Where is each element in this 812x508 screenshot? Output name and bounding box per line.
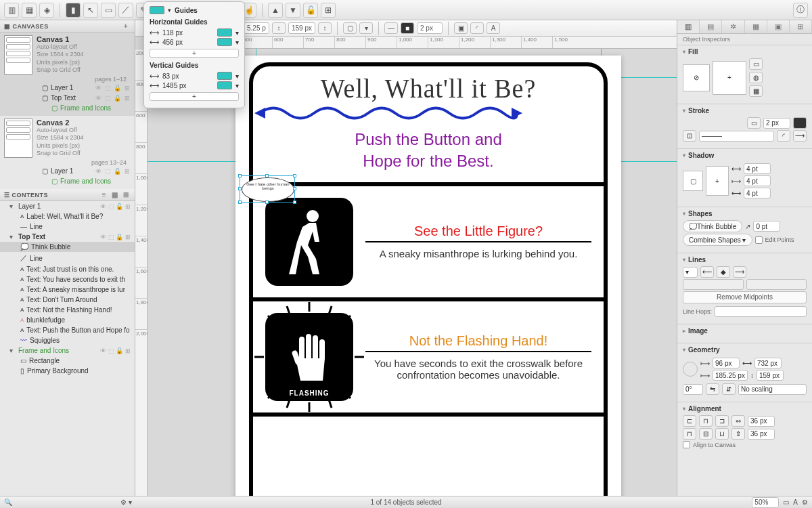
tab-document-icon[interactable]: ▣ (767, 20, 790, 33)
stroke-width-field[interactable]: 2 px (763, 118, 790, 129)
section-header[interactable]: Alignment (683, 405, 807, 412)
section-header[interactable]: Shadow (683, 152, 807, 159)
fill-swatch-icon[interactable]: ▢ (343, 22, 357, 34)
spacing-v-field[interactable]: 36 px (748, 429, 775, 440)
view-mode-icon[interactable]: ≡ (99, 190, 109, 200)
layer-row[interactable]: ▢Frame and Icons (42, 176, 131, 186)
search-icon[interactable]: 🔍 (4, 499, 12, 506)
contents-row[interactable]: ▭Rectangle (0, 356, 135, 366)
selection-box[interactable] (240, 175, 295, 203)
shadow-x-field[interactable]: 4 pt (744, 175, 771, 186)
x-field[interactable]: 5.25 p (244, 22, 269, 34)
gear-icon[interactable]: ⚙ (802, 499, 808, 506)
vertical-ruler[interactable]: 2004006008001,0001,2001,4001,6001,8002,0… (135, 49, 148, 496)
rotation-field[interactable]: 0° (683, 384, 703, 395)
view-mode-icon[interactable]: ▦ (110, 190, 120, 200)
shape-picker[interactable]: 💭 Think Bubble (683, 220, 742, 232)
align-canvas-checkbox[interactable] (683, 441, 690, 448)
contents-row[interactable]: AText: You have seconds to exit th (0, 274, 135, 284)
section-header[interactable]: Image (683, 327, 807, 335)
tab-properties-icon[interactable]: ✲ (722, 20, 744, 33)
stroke-style-icon[interactable]: — (384, 22, 398, 34)
section-header[interactable]: Geometry (683, 346, 807, 354)
align-right-icon[interactable]: ⊐ (715, 415, 729, 427)
canvas-viewport[interactable]: Well, What'll it Be? Push the Button and… (148, 49, 677, 496)
add-canvas-icon[interactable]: + (121, 22, 131, 31)
align-middle-icon[interactable]: ⊟ (699, 428, 713, 440)
v-guide-value[interactable]: 1485 px (162, 82, 214, 89)
spacing-h-field[interactable]: 36 px (748, 416, 775, 427)
stroke-color-swatch[interactable] (793, 117, 807, 129)
line-head-field[interactable] (746, 279, 807, 290)
add-v-guide-button[interactable]: + (150, 92, 239, 101)
geom-h-field[interactable]: 159 px (757, 370, 784, 381)
contents-row[interactable]: ▾Frame and Icons👁 ⬚ 🔓 ⊞ (0, 345, 135, 356)
contents-row[interactable]: AText: A sneaky misanthrope is lur (0, 284, 135, 295)
contents-row[interactable]: AText: Push the Button and Hope fo (0, 325, 135, 335)
stroke-pos-icon[interactable]: ▭ (747, 117, 761, 129)
view-mode-icon[interactable]: ⊞ (121, 190, 131, 200)
zoom-field[interactable]: 50% (752, 497, 779, 508)
contents-row[interactable]: Ablunklefudge (0, 315, 135, 325)
combine-shapes-button[interactable]: Combine Shapes ▾ (683, 234, 752, 246)
scaling-field[interactable]: No scaling (738, 384, 807, 395)
align-center-icon[interactable]: ⊓ (699, 415, 713, 427)
x-stepper-icon[interactable]: ↕ (272, 22, 286, 34)
align-top-icon[interactable]: ⊓ (683, 428, 696, 440)
tool-line-icon[interactable]: ／ (118, 3, 133, 18)
section-header[interactable]: Stroke (683, 107, 807, 114)
geom-w-field[interactable]: 732 px (754, 358, 782, 368)
canvas-item[interactable]: Canvas 2 Auto-layout OffSize 1584 x 2304… (0, 116, 135, 189)
remove-midpoints-button[interactable]: Remove Midpoints (683, 291, 807, 303)
section-header[interactable]: Shapes (683, 210, 807, 217)
contents-row[interactable]: ▯Primary Background (0, 366, 135, 376)
y-stepper-icon[interactable]: ↕ (318, 22, 332, 34)
line-start-icon[interactable]: ⟵ (700, 266, 714, 278)
layer-row[interactable]: ▢Layer 1👁 ⬚ 🔓 ⊞ (42, 166, 131, 176)
canvases-icon[interactable]: ▦ (22, 3, 37, 18)
y-field[interactable]: 159 px (288, 22, 315, 34)
contents-row[interactable]: ／Line (0, 252, 135, 264)
dropdown-icon[interactable]: ▾ (235, 82, 239, 89)
line-end-icon[interactable]: ⟶ (733, 266, 746, 278)
shadow-blur-field[interactable]: 4 pt (744, 163, 771, 174)
dist-h-icon[interactable]: ⇔ (731, 415, 745, 427)
tool-rect-icon[interactable]: ▭ (101, 3, 116, 18)
geom-x-field[interactable]: 96 px (713, 358, 740, 368)
contents-row[interactable]: AText: Don't Turn Around (0, 295, 135, 305)
dropdown-icon[interactable]: ▾ (235, 39, 239, 46)
flip-v-icon[interactable]: ⇵ (722, 383, 736, 395)
line-mid-icon[interactable]: ◆ (717, 266, 730, 278)
corner-icon[interactable]: ◜ (777, 130, 790, 142)
align-left-icon[interactable]: ⊏ (683, 415, 696, 427)
shadow-preview[interactable]: + (706, 166, 729, 196)
dist-v-icon[interactable]: ⇕ (731, 428, 745, 440)
contents-row-selected[interactable]: 💭Think Bubble (0, 242, 135, 252)
contents-row[interactable]: 〰Squiggles (0, 335, 135, 345)
sidebar-toggle-icon[interactable]: ▥ (4, 3, 19, 18)
lock-icon[interactable]: 🔓 (303, 3, 318, 18)
stroke-dash-field[interactable]: ——— (699, 131, 774, 142)
v-guide-value[interactable]: 83 px (162, 72, 214, 80)
cap-icon[interactable]: ⟶ (793, 130, 807, 142)
info-icon[interactable]: ⓘ (793, 3, 808, 18)
h-guide-value[interactable]: 118 px (162, 29, 214, 37)
fill-opt-icon[interactable]: ▦ (749, 85, 763, 97)
text-tool-icon[interactable]: A (793, 499, 798, 506)
layer-row[interactable]: ▢Layer 1👁 ⬚ 🔓 ⊞ (42, 83, 131, 93)
layer-row[interactable]: ▢Frame and Icons (42, 103, 131, 113)
section-header[interactable]: Fill (683, 48, 807, 56)
dropdown-icon[interactable]: ▾ (168, 7, 171, 14)
shadow-y-field[interactable]: 4 pt (744, 188, 771, 198)
fill-none-swatch[interactable]: ⊘ (683, 64, 710, 91)
shape-rotation-field[interactable]: 0 pt (753, 221, 780, 232)
corner-icon[interactable]: ◜ (470, 22, 484, 34)
contents-row[interactable]: ▾Layer 1👁 ⬚ 🔓 ⊞ (0, 201, 135, 211)
add-h-guide-button[interactable]: + (150, 49, 239, 58)
tab-stencils-icon[interactable]: ⊞ (790, 20, 812, 33)
tool-pointer-icon[interactable]: ↖ (83, 3, 98, 18)
line-type-field[interactable]: ▾ (683, 267, 698, 278)
line-hops-field[interactable] (715, 306, 807, 317)
tab-type-icon[interactable]: ▤ (700, 20, 722, 33)
contents-row[interactable]: —Line (0, 221, 135, 232)
